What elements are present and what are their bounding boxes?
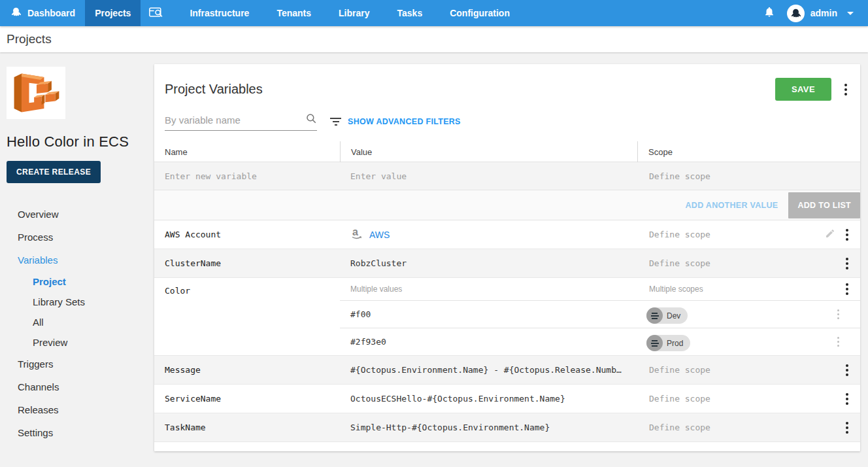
pencil-icon[interactable] bbox=[825, 228, 835, 241]
variable-scope[interactable]: Define scope bbox=[637, 258, 810, 268]
notifications-button[interactable] bbox=[763, 5, 775, 21]
sidebar-item-process[interactable]: Process bbox=[7, 226, 154, 249]
scope-chip-label: Prod bbox=[667, 339, 683, 348]
variable-scope[interactable]: Define scope bbox=[637, 365, 810, 375]
variable-name: Color bbox=[154, 278, 340, 296]
project-variables-panel: Project Variables SAVE SHOW ADVANCED FIL… bbox=[154, 64, 860, 451]
nav-item-label: Projects bbox=[95, 8, 131, 18]
variable-value[interactable]: Simple-Http-#{Octopus.Environment.Name} bbox=[340, 423, 637, 432]
variable-scope[interactable]: Define scope bbox=[637, 423, 810, 432]
bell-icon bbox=[763, 5, 775, 21]
table-row: Message #{Octopus.Environment.Name} - #{… bbox=[154, 356, 860, 385]
show-advanced-filters-button[interactable]: SHOW ADVANCED FILTERS bbox=[330, 117, 461, 126]
nav-item-infrastructure[interactable]: Infrastructure bbox=[180, 0, 259, 26]
page-title: Project Variables bbox=[165, 82, 263, 97]
new-variable-row: Define scope bbox=[154, 162, 860, 190]
nav-item-configuration[interactable]: Configuration bbox=[440, 0, 520, 26]
environment-icon bbox=[646, 307, 663, 324]
variable-name: AWS Account bbox=[154, 230, 340, 239]
sub-row-overflow-menu-button[interactable] bbox=[833, 307, 843, 322]
table-row: AWS Account a AWS Define scope bbox=[154, 220, 860, 249]
environment-icon bbox=[646, 335, 663, 351]
nav-item-projects[interactable]: Projects bbox=[85, 0, 141, 26]
user-menu[interactable]: admin bbox=[787, 5, 854, 22]
sidebar-item-settings[interactable]: Settings bbox=[7, 421, 154, 444]
sidebar-item-variables-preview[interactable]: Preview bbox=[7, 332, 154, 353]
variable-name: Message bbox=[154, 365, 340, 375]
row-overflow-menu-button[interactable] bbox=[842, 281, 852, 298]
variable-scope[interactable]: Define scope bbox=[637, 230, 810, 239]
variable-sub-row: #f00 Dev bbox=[340, 300, 860, 328]
column-header-scope: Scope bbox=[637, 141, 810, 162]
project-title: Hello Color in ECS bbox=[7, 133, 154, 150]
breadcrumb-bar: Projects bbox=[0, 26, 868, 52]
save-button[interactable]: SAVE bbox=[775, 78, 831, 101]
nav-item-label: Library bbox=[339, 8, 369, 18]
row-overflow-menu-button[interactable] bbox=[842, 419, 852, 436]
variable-value[interactable]: #2f93e0 bbox=[340, 337, 637, 347]
multiple-scopes-label: Multiple scopes bbox=[637, 285, 810, 294]
nav-item-label: Configuration bbox=[450, 8, 510, 18]
variable-value[interactable]: #{Octopus.Environment.Name} - #{Octopus.… bbox=[340, 365, 637, 375]
project-sidebar: Hello Color in ECS CREATE RELEASE Overvi… bbox=[0, 52, 154, 467]
sub-row-overflow-menu-button[interactable] bbox=[833, 334, 843, 349]
sidebar-item-triggers[interactable]: Triggers bbox=[7, 353, 154, 375]
scope-chip-dev[interactable]: Dev bbox=[646, 307, 688, 324]
variable-filter-input[interactable] bbox=[165, 114, 305, 126]
add-actions-row: ADD ANOTHER VALUE ADD TO LIST bbox=[154, 190, 860, 220]
navbar-spacer bbox=[520, 0, 763, 26]
nav-item-dashboard[interactable]: Dashboard bbox=[0, 0, 85, 26]
advanced-filters-label: SHOW ADVANCED FILTERS bbox=[348, 117, 461, 126]
sidebar-item-variables-all[interactable]: All bbox=[7, 312, 154, 332]
row-overflow-menu-button[interactable] bbox=[842, 362, 852, 379]
variable-value[interactable]: RobzCluster bbox=[340, 258, 637, 268]
filter-lines-icon bbox=[330, 118, 341, 126]
scope-chip-prod[interactable]: Prod bbox=[646, 335, 690, 351]
sidebar-item-variables-project[interactable]: Project bbox=[7, 271, 154, 292]
table-row: ClusterName RobzCluster Define scope bbox=[154, 249, 860, 278]
create-release-button[interactable]: CREATE RELEASE bbox=[7, 161, 101, 183]
aws-account-link[interactable]: AWS bbox=[369, 230, 390, 240]
multiple-values-label: Multiple values bbox=[340, 285, 637, 294]
new-variable-scope-field[interactable]: Define scope bbox=[637, 171, 810, 181]
octopus-icon bbox=[10, 6, 22, 20]
sidebar-nav: Overview Process Variables Project Libra… bbox=[7, 203, 154, 444]
search-projects-icon bbox=[149, 7, 163, 20]
row-overflow-menu-button[interactable] bbox=[842, 226, 852, 243]
sidebar-item-channels[interactable]: Channels bbox=[7, 375, 154, 398]
sidebar-item-variables[interactable]: Variables bbox=[7, 249, 154, 271]
new-variable-value-input[interactable] bbox=[350, 171, 618, 181]
panel-overflow-menu-button[interactable] bbox=[841, 81, 851, 98]
table-row: ServiceName OctousECSHello-#{Octopus.Env… bbox=[154, 385, 860, 413]
sidebar-item-overview[interactable]: Overview bbox=[7, 203, 154, 226]
variable-value[interactable]: OctousECSHello-#{Octopus.Environment.Nam… bbox=[340, 394, 637, 404]
svg-text:a: a bbox=[352, 226, 358, 237]
search-projects-button[interactable] bbox=[141, 0, 172, 26]
row-overflow-menu-button[interactable] bbox=[842, 390, 852, 407]
column-header-actions bbox=[810, 141, 860, 162]
row-overflow-menu-button[interactable] bbox=[842, 255, 852, 272]
nav-item-label: Tenants bbox=[276, 8, 311, 18]
nav-item-label: Infrastructure bbox=[190, 8, 249, 18]
breadcrumb[interactable]: Projects bbox=[7, 32, 52, 46]
nav-item-label: Tasks bbox=[397, 8, 423, 18]
add-another-value-button[interactable]: ADD ANOTHER VALUE bbox=[686, 201, 778, 210]
scope-chip-label: Dev bbox=[667, 311, 680, 320]
sidebar-item-variables-library-sets[interactable]: Library Sets bbox=[7, 292, 154, 312]
avatar-octopus-icon bbox=[787, 5, 805, 22]
variable-scope[interactable]: Define scope bbox=[637, 394, 810, 404]
table-header-row: Name Value Scope bbox=[154, 141, 860, 162]
nav-item-label: Dashboard bbox=[27, 8, 75, 18]
search-icon bbox=[305, 112, 317, 127]
variable-value[interactable]: #f00 bbox=[340, 309, 637, 319]
chevron-down-icon bbox=[847, 12, 854, 15]
nav-item-tenants[interactable]: Tenants bbox=[267, 0, 321, 26]
sidebar-item-releases[interactable]: Releases bbox=[7, 398, 154, 421]
nav-item-library[interactable]: Library bbox=[329, 0, 379, 26]
variable-sub-row: #2f93e0 Prod bbox=[340, 328, 860, 355]
add-to-list-button[interactable]: ADD TO LIST bbox=[788, 192, 860, 218]
new-variable-name-input[interactable] bbox=[165, 171, 332, 181]
table-row: TaskName Simple-Http-#{Octopus.Environme… bbox=[154, 413, 860, 442]
variable-name: TaskName bbox=[154, 423, 340, 432]
nav-item-tasks[interactable]: Tasks bbox=[388, 0, 433, 26]
